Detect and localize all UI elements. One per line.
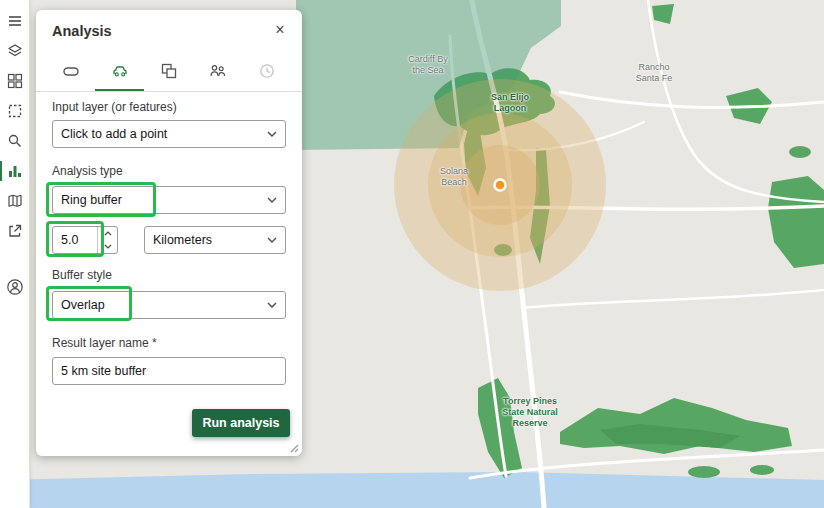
map-label-solana: Solana Beach [430, 166, 478, 188]
people-icon [209, 62, 227, 80]
step-down-button[interactable] [98, 240, 117, 253]
distance-stepper [52, 226, 118, 254]
units-value: Kilometers [153, 233, 267, 247]
panel-title: Analysis [52, 23, 112, 39]
distance-input[interactable] [53, 227, 97, 253]
share-icon [7, 223, 23, 239]
tab-drive-time[interactable] [95, 52, 144, 91]
basemap-grid-icon [7, 73, 23, 89]
chevron-down-icon [267, 302, 277, 308]
charts-button[interactable] [4, 160, 26, 182]
map-label-cardiff: Cardiff By the Sea [396, 54, 460, 76]
person-avatar-icon [6, 278, 24, 296]
step-up-button[interactable] [98, 227, 117, 240]
menu-button[interactable] [4, 10, 26, 32]
map-label-san-elijo: San Elijo Lagoon [482, 92, 538, 114]
drive-time-car-icon [111, 62, 129, 80]
hamburger-icon [7, 13, 23, 29]
folded-map-icon [7, 193, 23, 209]
chevron-down-icon [104, 244, 112, 249]
chevron-up-icon [104, 231, 112, 236]
tab-measure[interactable] [46, 52, 95, 91]
measure-icon [62, 62, 80, 80]
result-layer-label: Result layer name * [52, 336, 157, 350]
action-bar [0, 0, 30, 508]
chevron-down-icon [267, 237, 277, 243]
search-button[interactable] [4, 130, 26, 152]
tab-history[interactable] [243, 52, 292, 91]
result-layer-input[interactable] [52, 357, 286, 385]
buffer-style-select[interactable]: Overlap [52, 291, 286, 319]
run-analysis-button[interactable]: Run analysis [192, 409, 290, 437]
search-icon [7, 133, 23, 149]
input-layer-value: Click to add a point [61, 127, 267, 141]
stepper-buttons [97, 227, 117, 253]
analysis-type-select[interactable]: Ring buffer [52, 186, 286, 214]
map-label-torrey: Torrey Pines State Natural Reserve [498, 396, 562, 429]
panel-resize-handle[interactable] [288, 442, 299, 453]
units-select[interactable]: Kilometers [144, 226, 286, 254]
extent-icon [7, 103, 23, 119]
extent-button[interactable] [4, 100, 26, 122]
bar-chart-icon [7, 163, 23, 179]
analysis-tabs [36, 52, 302, 92]
input-layer-select[interactable]: Click to add a point [52, 120, 286, 148]
input-layer-label: Input layer (or features) [52, 100, 177, 114]
basemap-button[interactable] [4, 70, 26, 92]
buffer-style-label: Buffer style [52, 268, 112, 282]
chevron-down-icon [267, 197, 277, 203]
buffer-style-value: Overlap [61, 298, 267, 312]
overlay-squares-icon [160, 62, 178, 80]
map-button[interactable] [4, 190, 26, 212]
tab-demographics[interactable] [194, 52, 243, 91]
share-button[interactable] [4, 220, 26, 242]
analysis-panel: Analysis × Input layer (or features) Cli… [36, 10, 302, 456]
layers-icon [7, 43, 23, 59]
chevron-down-icon [267, 131, 277, 137]
close-button[interactable]: × [270, 20, 290, 40]
app-window: Cardiff By the Sea San Elijo Lagoon Ranc… [0, 0, 824, 508]
clock-icon [258, 62, 276, 80]
buffer-center-point[interactable] [495, 180, 506, 191]
analysis-type-label: Analysis type [52, 164, 123, 178]
layers-button[interactable] [4, 40, 26, 62]
tab-overlay[interactable] [144, 52, 193, 91]
account-button[interactable] [4, 276, 26, 298]
map-label-rancho: Rancho Santa Fe [620, 62, 688, 84]
analysis-type-value: Ring buffer [61, 193, 267, 207]
